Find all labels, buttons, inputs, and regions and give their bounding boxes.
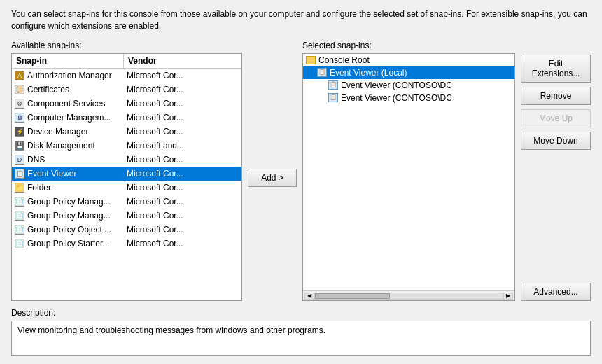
snapin-name: Computer Managem... (27, 113, 111, 122)
available-list-header: Snap-in Vendor (12, 54, 241, 69)
snapin-vendor: Microsoft Cor... (124, 97, 241, 110)
available-list-item[interactable]: 📜 Certificates Microsoft Cor... (12, 83, 241, 97)
horizontal-scrollbar[interactable]: ◀ ▶ (303, 290, 514, 300)
available-list-item[interactable]: 📁 Folder Microsoft Cor... (12, 181, 241, 195)
available-list-item[interactable]: D DNS Microsoft Cor... (12, 153, 241, 167)
available-list-container: Snap-in Vendor A Authorization Manager M… (11, 53, 242, 301)
available-list-item[interactable]: A Authorization Manager Microsoft Cor... (12, 69, 241, 83)
snapin-vendor: Microsoft Cor... (124, 111, 241, 124)
tree-item-label: Console Root (318, 55, 370, 65)
snapin-icon: 📄 (15, 225, 24, 234)
available-list-item[interactable]: 📄 Group Policy Starter... Microsoft Cor.… (12, 237, 241, 251)
action-buttons: Edit Extensions... Remove Move Up Move D… (521, 41, 591, 301)
move-down-button[interactable]: Move Down (521, 132, 591, 150)
available-list-item[interactable]: 📄 Group Policy Manag... Microsoft Cor... (12, 209, 241, 223)
available-list-item[interactable]: 📄 Group Policy Manag... Microsoft Cor... (12, 195, 241, 209)
snapin-icon: A (15, 71, 24, 80)
intro-text: You can select snap-ins for this console… (11, 8, 591, 32)
snapin-vendor: Microsoft Cor... (124, 195, 241, 208)
ev-icon: 📋 (328, 93, 338, 102)
snapin-icon: 📋 (15, 169, 24, 178)
snapin-vendor: Microsoft Cor... (124, 167, 241, 180)
available-list-item[interactable]: 📄 Group Policy Object ... Microsoft Cor.… (12, 223, 241, 237)
dialog-container: You can select snap-ins for this console… (0, 0, 602, 364)
selected-label: Selected snap-ins: (302, 41, 515, 50)
snapin-name: Group Policy Manag... (27, 197, 111, 206)
available-list-item[interactable]: 💾 Disk Management Microsoft and... (12, 139, 241, 153)
available-list-item[interactable]: ⚙ Component Services Microsoft Cor... (12, 97, 241, 111)
tree-item-label: Event Viewer (Local) (330, 68, 407, 78)
snapin-vendor: Microsoft Cor... (124, 83, 241, 96)
edit-extensions-button[interactable]: Edit Extensions... (521, 55, 591, 83)
snapin-vendor: Microsoft Cor... (124, 69, 241, 82)
hscroll-left-arrow[interactable]: ◀ (304, 293, 314, 300)
snapin-icon: 📁 (15, 183, 24, 192)
snapin-vendor: Microsoft Cor... (124, 181, 241, 194)
snapin-icon: ⚡ (15, 127, 24, 136)
snapin-vendor: Microsoft Cor... (124, 153, 241, 166)
selected-tree-item[interactable]: 📋Event Viewer (Local) (303, 66, 514, 79)
snapin-vendor: Microsoft and... (124, 139, 241, 152)
snapin-name: Group Policy Object ... (27, 225, 111, 234)
snapin-name: Folder (27, 183, 51, 192)
snapin-icon: 📄 (15, 239, 24, 248)
snapin-name: Device Manager (27, 127, 88, 136)
snapin-name: Event Viewer (27, 169, 76, 178)
description-label: Description: (11, 308, 591, 318)
tree-item-label: Event Viewer (CONTOSO\DC (341, 93, 452, 103)
available-label: Available snap-ins: (11, 41, 242, 50)
advanced-button[interactable]: Advanced... (521, 283, 591, 301)
snapin-icon: 📜 (15, 85, 24, 94)
available-list-item[interactable]: ⚡ Device Manager Microsoft Cor... (12, 125, 241, 139)
snapin-vendor: Microsoft Cor... (124, 223, 241, 236)
available-list-scroll[interactable]: A Authorization Manager Microsoft Cor...… (12, 69, 241, 300)
snapin-name: Group Policy Starter... (27, 239, 109, 248)
selected-tree-item[interactable]: 📋Event Viewer (CONTOSO\DC (303, 79, 514, 92)
snapin-vendor: Microsoft Cor... (124, 209, 241, 222)
middle-panel: Add > (248, 41, 297, 301)
right-panel: Selected snap-ins: Console Root📋Event Vi… (302, 41, 591, 301)
vendor-col-header: Vendor (124, 54, 241, 68)
snapin-vendor: Microsoft Cor... (124, 237, 241, 250)
ev-icon: 📋 (317, 68, 327, 77)
available-list-item[interactable]: 🖥 Computer Managem... Microsoft Cor... (12, 111, 241, 125)
snapin-name: Component Services (27, 99, 105, 108)
move-up-button[interactable]: Move Up (521, 109, 591, 127)
selected-tree-item[interactable]: 📋Event Viewer (CONTOSO\DC (303, 92, 514, 104)
ev-icon: 📋 (328, 80, 338, 90)
available-list-item[interactable]: 📋 Event Viewer Microsoft Cor... (12, 167, 241, 181)
description-box: View monitoring and troubleshooting mess… (11, 321, 591, 356)
selected-tree-scroll[interactable]: Console Root📋Event Viewer (Local)📋Event … (303, 54, 514, 290)
snapin-icon: 💾 (15, 141, 24, 150)
right-top: Selected snap-ins: Console Root📋Event Vi… (302, 41, 591, 301)
snapin-icon: ⚙ (15, 99, 24, 108)
remove-button[interactable]: Remove (521, 87, 591, 105)
snapin-col-header: Snap-in (12, 54, 124, 68)
tree-item-label: Event Viewer (CONTOSO\DC (341, 80, 452, 90)
snapin-vendor: Microsoft Cor... (124, 125, 241, 138)
snapin-name: Group Policy Manag... (27, 211, 111, 220)
selected-panel: Selected snap-ins: Console Root📋Event Vi… (302, 41, 515, 301)
snapin-name: Authorization Manager (27, 71, 112, 80)
folder-icon (306, 56, 316, 64)
snapin-name: DNS (27, 155, 45, 164)
main-area: Available snap-ins: Snap-in Vendor A Aut… (11, 41, 591, 301)
selected-list-container: Console Root📋Event Viewer (Local)📋Event … (302, 53, 515, 301)
hscroll-thumb (315, 293, 390, 299)
snapin-icon: D (15, 155, 24, 164)
snapin-icon: 🖥 (15, 113, 24, 122)
selected-tree-item[interactable]: Console Root (303, 54, 514, 66)
description-section: Description: View monitoring and trouble… (11, 308, 591, 356)
snapin-icon: 📄 (15, 211, 24, 220)
snapin-icon: 📄 (15, 197, 24, 206)
add-button[interactable]: Add > (248, 169, 297, 187)
snapin-name: Certificates (27, 85, 69, 94)
snapin-name: Disk Management (27, 141, 95, 150)
hscroll-right-arrow[interactable]: ▶ (503, 293, 513, 300)
hscroll-track[interactable] (314, 293, 503, 300)
available-panel: Available snap-ins: Snap-in Vendor A Aut… (11, 41, 242, 301)
